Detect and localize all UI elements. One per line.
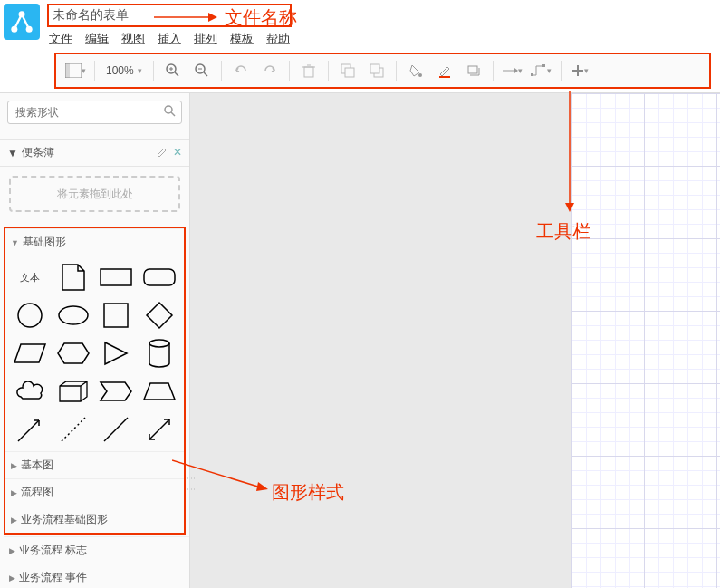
zoom-control[interactable]: 100%▾	[101, 64, 148, 77]
line-color-button[interactable]	[431, 58, 458, 83]
svg-line-40	[149, 419, 169, 439]
shape-double-arrow[interactable]	[140, 413, 178, 446]
group-header-basic-shapes[interactable]: ▼基础图形	[5, 228, 184, 255]
shape-ellipse[interactable]	[54, 299, 92, 332]
svg-rect-25	[531, 73, 533, 76]
shape-cylinder[interactable]	[140, 337, 178, 370]
svg-line-37	[18, 420, 39, 441]
menu-insert[interactable]: 插入	[158, 31, 181, 47]
menu-edit[interactable]: 编辑	[85, 31, 109, 47]
zoom-out-button[interactable]	[188, 58, 216, 83]
header: 未命名的表单 文件 编辑 视图 插入 排列 模板 帮助	[0, 0, 720, 51]
shape-roundrect[interactable]	[140, 261, 178, 294]
redo-button[interactable]	[256, 58, 283, 83]
group-header-biz-event[interactable]: ▶业务流程 事件	[4, 564, 189, 588]
svg-point-36	[149, 340, 169, 347]
shape-dashed-line[interactable]	[54, 413, 92, 446]
shape-grid: 文本	[5, 255, 184, 451]
svg-point-29	[165, 106, 172, 113]
shape-parallelogram[interactable]	[11, 337, 49, 370]
svg-point-33	[18, 304, 42, 327]
svg-line-10	[204, 72, 207, 76]
document-title[interactable]: 未命名的表单	[47, 4, 292, 27]
waypoints-button[interactable]: ▾	[528, 58, 555, 83]
app-logo	[4, 4, 40, 40]
shape-square[interactable]	[98, 299, 136, 332]
toolbar: ▾ 100%▾ ▾ ▾ ▾	[54, 53, 711, 89]
group-header-biz-mark[interactable]: ▶业务流程 标志	[4, 536, 189, 564]
add-button[interactable]: ▾	[567, 58, 594, 83]
search-icon[interactable]	[164, 105, 177, 120]
shape-hexagon[interactable]	[54, 337, 92, 370]
shape-cloud[interactable]	[11, 375, 49, 408]
svg-rect-26	[542, 64, 545, 67]
resize-handle-icon[interactable]: ⋮⋮	[187, 474, 197, 496]
menu-arrange[interactable]: 排列	[194, 31, 217, 47]
zoom-in-button[interactable]	[159, 58, 187, 83]
svg-rect-35	[104, 304, 128, 327]
svg-rect-16	[345, 68, 354, 77]
svg-point-19	[418, 73, 422, 77]
shadow-button[interactable]	[460, 58, 487, 83]
collapse-icon: ▼	[7, 147, 18, 159]
svg-rect-21	[468, 66, 477, 73]
scratchpad-dropzone[interactable]: 将元素拖到此处	[9, 176, 180, 212]
menu-help[interactable]: 帮助	[266, 31, 290, 47]
shape-note[interactable]	[54, 261, 92, 294]
menu-file[interactable]: 文件	[49, 31, 72, 47]
group-header-basic-fig[interactable]: ▶基本图	[5, 451, 184, 478]
layout-button[interactable]: ▾	[62, 58, 89, 83]
shape-rect[interactable]	[98, 261, 136, 294]
svg-rect-4	[65, 63, 70, 78]
svg-line-38	[62, 418, 85, 441]
svg-point-34	[59, 306, 88, 324]
basic-shapes-group: ▼基础图形 文本	[4, 227, 186, 535]
svg-line-39	[104, 418, 128, 441]
main-area: ▼便条簿 ✕ 将元素拖到此处 ▼基础图形 文本	[0, 92, 720, 588]
shape-cube[interactable]	[54, 375, 92, 408]
edit-icon[interactable]	[157, 146, 168, 159]
shape-arrow[interactable]	[11, 413, 49, 446]
sidebar: ▼便条簿 ✕ 将元素拖到此处 ▼基础图形 文本	[0, 93, 190, 588]
canvas-area[interactable]: ⋮⋮	[190, 93, 720, 588]
to-front-button[interactable]	[334, 58, 361, 83]
canvas-grid[interactable]	[571, 93, 720, 588]
group-header-flowchart[interactable]: ▶流程图	[5, 478, 184, 506]
connector-button[interactable]: ▾	[499, 58, 526, 83]
menu-template[interactable]: 模板	[230, 31, 254, 47]
svg-rect-32	[144, 269, 175, 285]
menu-bar: 文件 编辑 视图 插入 排列 模板 帮助	[47, 27, 292, 51]
shape-diamond[interactable]	[140, 299, 178, 332]
menu-view[interactable]: 视图	[121, 31, 145, 47]
svg-rect-31	[101, 269, 131, 285]
scratchpad-header[interactable]: ▼便条簿 ✕	[0, 139, 189, 167]
svg-rect-12	[304, 67, 313, 77]
fill-color-button[interactable]	[402, 58, 429, 83]
shape-triangle[interactable]	[98, 337, 136, 370]
svg-line-6	[175, 72, 178, 76]
svg-rect-18	[370, 64, 379, 73]
to-back-button[interactable]	[363, 58, 390, 83]
svg-line-30	[171, 112, 175, 116]
canvas-gray[interactable]	[190, 93, 571, 588]
delete-button[interactable]	[295, 58, 322, 83]
close-icon[interactable]: ✕	[173, 146, 182, 159]
search-box	[7, 101, 182, 124]
shape-trapezoid[interactable]	[140, 375, 178, 408]
shape-line[interactable]	[98, 413, 136, 446]
shape-text[interactable]: 文本	[11, 261, 49, 294]
shape-circle[interactable]	[11, 299, 49, 332]
scratchpad-title: 便条簿	[22, 145, 54, 160]
shape-step[interactable]	[98, 375, 136, 408]
undo-button[interactable]	[227, 58, 254, 83]
search-input[interactable]	[7, 101, 182, 124]
group-header-biz-basic[interactable]: ▶业务流程基础图形	[5, 506, 184, 533]
